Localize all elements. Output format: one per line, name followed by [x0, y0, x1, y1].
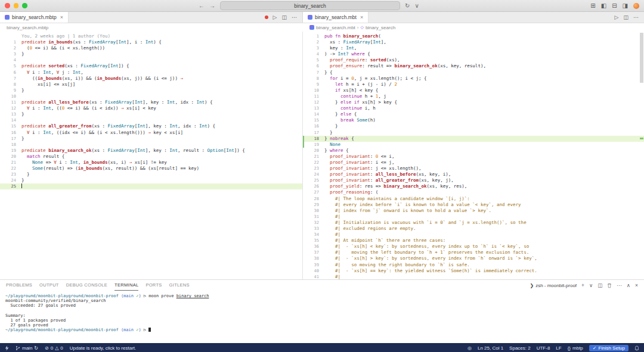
code-line[interactable]: 19predicate binary_search_ok(xs : FixedA… — [0, 148, 302, 154]
line-number[interactable]: 8 — [0, 82, 21, 88]
run-icon[interactable]: ▷ — [615, 14, 619, 20]
panel-more-icon[interactable]: ⋯ — [617, 282, 622, 288]
tab-binary-search-mbtp[interactable]: binary_search.mbtp × — [0, 12, 69, 23]
line-number[interactable]: 21 — [303, 154, 324, 160]
code-line[interactable]: 31 #| — [303, 214, 644, 220]
code-line[interactable]: 6 proof_ensure: result => binary_search_… — [303, 63, 644, 69]
line-number[interactable]: 25 — [303, 177, 324, 183]
line-number[interactable]: 21 — [0, 160, 21, 166]
code-line[interactable]: 41 #| — [303, 274, 644, 279]
code-line[interactable]: 21 proof_invariant: 0 <= i, — [303, 154, 644, 160]
line-number[interactable]: 23 — [303, 166, 324, 172]
code-line[interactable]: 33 #| excluded regions are empty. — [303, 226, 644, 232]
code-line[interactable]: 12 ∀ i : Int, ((0 <= i) && (i < idx)) → … — [0, 105, 302, 111]
code-line[interactable]: 38 #| - `xs[h] > key`: by sortedness, ev… — [303, 256, 644, 261]
code-line[interactable]: 3} — [0, 51, 302, 57]
line-number[interactable]: 39 — [303, 262, 324, 268]
line-number[interactable]: 16 — [303, 123, 324, 129]
code-line[interactable]: 29 #| every index before `i` is known to… — [303, 202, 644, 208]
line-number[interactable]: 2 — [303, 39, 324, 45]
finish-setup-button[interactable]: ✓ Finish Setup — [589, 345, 628, 351]
tab-debug-console[interactable]: DEBUG CONSOLE — [66, 280, 107, 291]
code-line[interactable]: 16 } — [303, 123, 644, 129]
line-number[interactable]: 1 — [0, 39, 21, 45]
code-line[interactable]: 4) -> Int? where { — [303, 51, 644, 57]
line-number[interactable]: 13 — [303, 105, 324, 111]
code-line[interactable]: 28 #| The loop maintains a candidate win… — [303, 196, 644, 202]
code-line[interactable]: 21 None => ∀ i : Int, in_bounds(xs, i) →… — [0, 160, 302, 166]
line-number[interactable]: 4 — [303, 51, 324, 57]
maximize-panel-icon[interactable]: ∧ — [627, 282, 630, 288]
branch-indicator[interactable]: main ↻ — [16, 345, 38, 351]
cursor-position[interactable]: Ln 25, Col 1 — [478, 345, 503, 351]
line-number[interactable]: 9 — [303, 82, 324, 88]
line-number[interactable]: 8 — [303, 76, 324, 82]
line-number[interactable]: 29 — [303, 202, 324, 208]
code-line[interactable]: 5predicate sorted(xs : FixedArray[Int]) … — [0, 63, 302, 69]
language-mode[interactable]: {} mbtp — [568, 345, 583, 351]
line-number[interactable]: 12 — [303, 99, 324, 105]
code-line[interactable]: 5 proof_require: sorted(xs), — [303, 57, 644, 63]
code-line[interactable]: 25 proof_invariant: all_greater_from(xs,… — [303, 177, 644, 183]
line-number[interactable]: 4 — [0, 57, 21, 63]
toggle-secondary-sidebar-icon[interactable]: ◨ — [623, 2, 628, 9]
code-line[interactable]: 35 #| At midpoint `h` there are three ca… — [303, 238, 644, 244]
breadcrumb-right[interactable]: binary_search.mbt › ◇ binary_search — [303, 25, 402, 30]
code-line[interactable]: 9} — [0, 88, 302, 94]
code-line[interactable]: 3 key : Int, — [303, 45, 644, 51]
broadcast-icon[interactable]: ◎ — [467, 345, 472, 351]
notifications-bell-icon[interactable] — [634, 345, 639, 351]
code-line[interactable]: 10 — [0, 94, 302, 99]
code-line[interactable]: 13 continue i, h — [303, 105, 644, 111]
new-terminal-icon[interactable]: + — [581, 282, 584, 288]
line-number[interactable]: 9 — [0, 88, 21, 94]
line-number[interactable]: 20 — [303, 148, 324, 154]
code-line[interactable]: 8 for i = 0, j = xs.length(); i < j; { — [303, 76, 644, 82]
line-number[interactable]: 25 — [0, 183, 21, 189]
line-number[interactable]: 17 — [0, 136, 21, 142]
more-actions-icon[interactable]: ⋯ — [633, 14, 639, 20]
code-line[interactable]: 20} where { — [303, 148, 644, 154]
toggle-panel-icon[interactable]: ⊟ — [612, 2, 617, 9]
line-number[interactable]: 2 — [0, 45, 21, 51]
line-number[interactable]: 13 — [0, 111, 21, 117]
remote-indicator-icon[interactable] — [5, 345, 9, 351]
line-number[interactable]: 18 — [303, 136, 324, 142]
chevron-down-icon[interactable]: ∨ — [414, 3, 419, 9]
code-line[interactable]: 40 #| - `xs[h] == key`: the yielded witn… — [303, 268, 644, 274]
line-number[interactable]: 40 — [303, 268, 324, 274]
line-number[interactable]: 27 — [303, 189, 324, 195]
code-line[interactable]: 24 proof_invariant: all_less_before(xs, … — [303, 172, 644, 177]
code-line[interactable]: 39 #| so moving the right boundary to `h… — [303, 262, 644, 268]
code-line[interactable]: 18 — [0, 142, 302, 148]
tab-ports[interactable]: PORTS — [145, 280, 162, 291]
line-number[interactable]: 15 — [303, 117, 324, 123]
code-line[interactable]: 19 None — [303, 142, 644, 148]
code-line[interactable]: 15 break Some(h) — [303, 117, 644, 123]
line-number[interactable]: 30 — [303, 208, 324, 214]
code-line[interactable]: 2 (0 <= i) && (i < xs.length()) — [0, 45, 302, 51]
layout-grid-icon[interactable]: ⊞ — [590, 2, 595, 9]
code-line[interactable]: 23 proof_invariant: j <= xs.length(), — [303, 166, 644, 172]
code-line[interactable]: 14 — [0, 117, 302, 123]
split-terminal-icon[interactable]: ◫ — [597, 282, 602, 288]
scrollbar-thumb[interactable] — [640, 33, 643, 83]
terminal-dropdown-icon[interactable]: ∨ — [589, 282, 593, 288]
line-number[interactable]: 17 — [303, 130, 324, 136]
line-number[interactable]: 19 — [0, 148, 21, 154]
line-number[interactable]: 37 — [303, 250, 324, 256]
line-number[interactable]: 5 — [303, 57, 324, 63]
account-avatar[interactable] — [633, 3, 639, 9]
close-panel-icon[interactable]: × — [635, 282, 638, 288]
code-line[interactable]: 7 ((in_bounds(xs, i)) && (in_bounds(xs, … — [0, 76, 302, 82]
line-number[interactable]: 10 — [303, 88, 324, 94]
code-line[interactable]: 16 ∀ i : Int, ((idx <= i) && (i < xs.len… — [0, 130, 302, 136]
code-line[interactable]: 12 } else if xs[h] > key { — [303, 99, 644, 105]
record-dot-icon[interactable] — [265, 15, 268, 19]
line-number[interactable]: 3 — [303, 45, 324, 51]
zoom-window-button[interactable] — [22, 3, 27, 8]
line-number[interactable]: 28 — [303, 196, 324, 202]
line-number[interactable]: 1 — [303, 33, 324, 39]
code-line[interactable]: 11predicate all_less_before(xs : FixedAr… — [0, 99, 302, 105]
code-line[interactable]: 26 proof_yield: res => binary_search_ok(… — [303, 183, 644, 189]
